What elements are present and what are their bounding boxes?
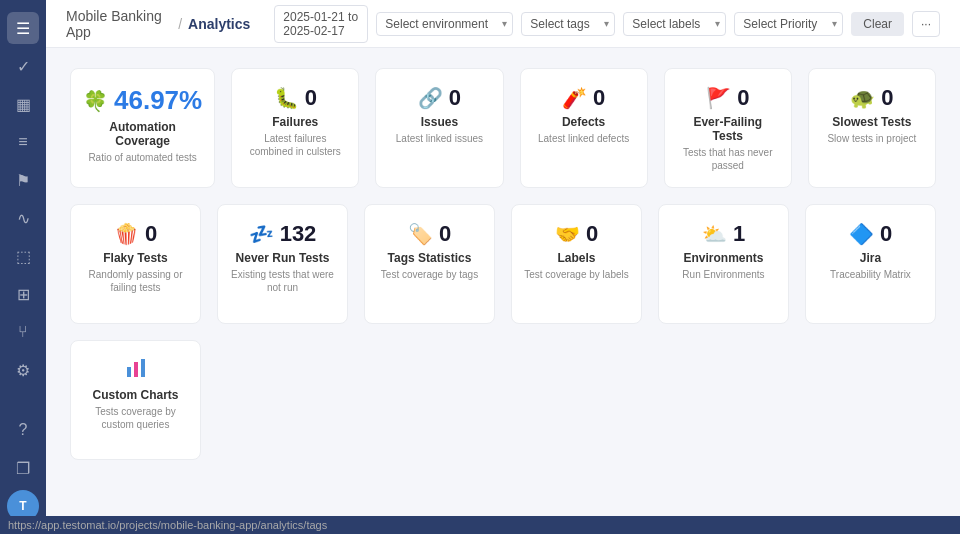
card-row1-4[interactable]: 🚩0Ever-Failing TestsTests that has never…: [664, 68, 792, 188]
card-icon-3: 🤝: [555, 222, 580, 246]
sidebar-icon-box[interactable]: ⬚: [7, 240, 39, 272]
card-icon-3: 🧨: [562, 86, 587, 110]
card-row1-5[interactable]: 🐢0Slowest TestsSlow tests in project: [808, 68, 936, 188]
sidebar-icon-flag[interactable]: ⚑: [7, 164, 39, 196]
card-value-1: 0: [305, 85, 317, 111]
date-range-filter[interactable]: 2025-01-21 to 2025-02-17: [274, 5, 368, 43]
card-subtitle-5: Traceability Matrix: [830, 268, 911, 281]
sidebar-icon-chart[interactable]: ▦: [7, 88, 39, 120]
priority-filter-wrapper: Select Priority: [734, 12, 843, 36]
card-row2-2[interactable]: 🏷️0Tags StatisticsTest coverage by tags: [364, 204, 495, 324]
row2-cards: 🍿0Flaky TestsRandomly passing or failing…: [70, 204, 936, 324]
card-subtitle-4: Tests that has never passed: [677, 146, 779, 172]
row1-cards: 🍀46.97%Automation CoverageRatio of autom…: [70, 68, 936, 188]
sidebar-icon-settings[interactable]: ⚙: [7, 354, 39, 386]
card-value-2: 0: [439, 221, 451, 247]
card-row1-1[interactable]: 🐛0FailuresLatest failures combined in cu…: [231, 68, 359, 188]
card-value-2: 0: [449, 85, 461, 111]
sidebar-icon-list[interactable]: ≡: [7, 126, 39, 158]
svg-rect-2: [141, 359, 145, 377]
card-subtitle-0: Ratio of automated tests: [88, 151, 196, 164]
card-title-1: Never Run Tests: [236, 251, 330, 265]
card-row1-3[interactable]: 🧨0DefectsLatest linked defects: [520, 68, 648, 188]
card-row2-1[interactable]: 💤132Never Run TestsExisting tests that w…: [217, 204, 348, 324]
card-subtitle-2: Latest linked issues: [396, 132, 483, 145]
breadcrumb-separator: /: [178, 16, 182, 32]
card-subtitle-3: Test coverage by labels: [524, 268, 629, 281]
sidebar-icon-help[interactable]: ?: [7, 414, 39, 446]
card-title-1: Failures: [272, 115, 318, 129]
environment-filter-wrapper: Select environment: [376, 12, 513, 36]
card-value-4: 0: [737, 85, 749, 111]
card-row2-4[interactable]: ⛅1EnvironmentsRun Environments: [658, 204, 789, 324]
card-icon-0: 🍿: [114, 222, 139, 246]
tags-filter-wrapper: Select tags: [521, 12, 615, 36]
card-value-5: 0: [881, 85, 893, 111]
card-subtitle-5: Slow tests in project: [827, 132, 916, 145]
card-title-0: Custom Charts: [92, 388, 178, 402]
card-icon-2: 🔗: [418, 86, 443, 110]
sidebar-icon-pages[interactable]: ❐: [7, 452, 39, 484]
card-row2-0[interactable]: 🍿0Flaky TestsRandomly passing or failing…: [70, 204, 201, 324]
card-title-0: Automation Coverage: [83, 120, 202, 148]
app-name: Mobile Banking App: [66, 8, 172, 40]
status-url: https://app.testomat.io/projects/mobile-…: [8, 519, 327, 531]
card-icon-5: 🐢: [850, 86, 875, 110]
analytics-content: 🍀46.97%Automation CoverageRatio of autom…: [46, 48, 960, 534]
card-value-3: 0: [586, 221, 598, 247]
status-bar: https://app.testomat.io/projects/mobile-…: [0, 516, 960, 534]
card-subtitle-2: Test coverage by tags: [381, 268, 478, 281]
card-icon-0: [125, 357, 147, 384]
breadcrumb: Mobile Banking App / Analytics: [66, 8, 250, 40]
priority-select[interactable]: Select Priority: [734, 12, 843, 36]
card-icon-2: 🏷️: [408, 222, 433, 246]
card-row2-3[interactable]: 🤝0LabelsTest coverage by labels: [511, 204, 642, 324]
svg-rect-0: [127, 367, 131, 377]
card-title-5: Slowest Tests: [832, 115, 911, 129]
svg-rect-1: [134, 362, 138, 377]
labels-filter-wrapper: Select labels: [623, 12, 726, 36]
sidebar-icon-grid[interactable]: ⊞: [7, 278, 39, 310]
card-title-4: Ever-Failing Tests: [677, 115, 779, 143]
card-icon-5: 🔷: [849, 222, 874, 246]
card-row1-0[interactable]: 🍀46.97%Automation CoverageRatio of autom…: [70, 68, 215, 188]
card-value-5: 0: [880, 221, 892, 247]
sidebar-icon-branch[interactable]: ⑂: [7, 316, 39, 348]
page-name: Analytics: [188, 16, 250, 32]
card-title-4: Environments: [683, 251, 763, 265]
card-title-3: Labels: [557, 251, 595, 265]
card-icon-0: 🍀: [83, 89, 108, 113]
more-button[interactable]: ···: [912, 11, 940, 37]
tags-select[interactable]: Select tags: [521, 12, 615, 36]
sidebar-icon-menu[interactable]: ☰: [7, 12, 39, 44]
card-value-3: 0: [593, 85, 605, 111]
sidebar-icon-check[interactable]: ✓: [7, 50, 39, 82]
card-value-0: 0: [145, 221, 157, 247]
card-subtitle-1: Latest failures combined in culsters: [244, 132, 346, 158]
card-subtitle-3: Latest linked defects: [538, 132, 629, 145]
card-title-3: Defects: [562, 115, 605, 129]
card-value-1: 132: [280, 221, 317, 247]
clear-button[interactable]: Clear: [851, 12, 904, 36]
card-icon-1: 💤: [249, 222, 274, 246]
card-subtitle-4: Run Environments: [682, 268, 764, 281]
card-title-2: Issues: [421, 115, 458, 129]
card-row2-5[interactable]: 🔷0JiraTraceability Matrix: [805, 204, 936, 324]
environment-select[interactable]: Select environment: [376, 12, 513, 36]
card-row3-0[interactable]: Custom ChartsTests coverage by custom qu…: [70, 340, 201, 460]
header-filters: 2025-01-21 to 2025-02-17 Select environm…: [274, 5, 940, 43]
card-icon-4: 🚩: [706, 86, 731, 110]
card-subtitle-1: Existing tests that were not run: [230, 268, 335, 294]
card-title-0: Flaky Tests: [103, 251, 167, 265]
labels-select[interactable]: Select labels: [623, 12, 726, 36]
card-subtitle-0: Tests coverage by custom queries: [83, 405, 188, 431]
card-value-4: 1: [733, 221, 745, 247]
card-row1-2[interactable]: 🔗0IssuesLatest linked issues: [375, 68, 503, 188]
card-icon-1: 🐛: [274, 86, 299, 110]
main-content: Mobile Banking App / Analytics 2025-01-2…: [46, 0, 960, 534]
sidebar-icon-pulse[interactable]: ∿: [7, 202, 39, 234]
header: Mobile Banking App / Analytics 2025-01-2…: [46, 0, 960, 48]
card-title-5: Jira: [860, 251, 881, 265]
card-subtitle-0: Randomly passing or failing tests: [83, 268, 188, 294]
sidebar: ☰ ✓ ▦ ≡ ⚑ ∿ ⬚ ⊞ ⑂ ⚙ ? ❐ T: [0, 0, 46, 534]
